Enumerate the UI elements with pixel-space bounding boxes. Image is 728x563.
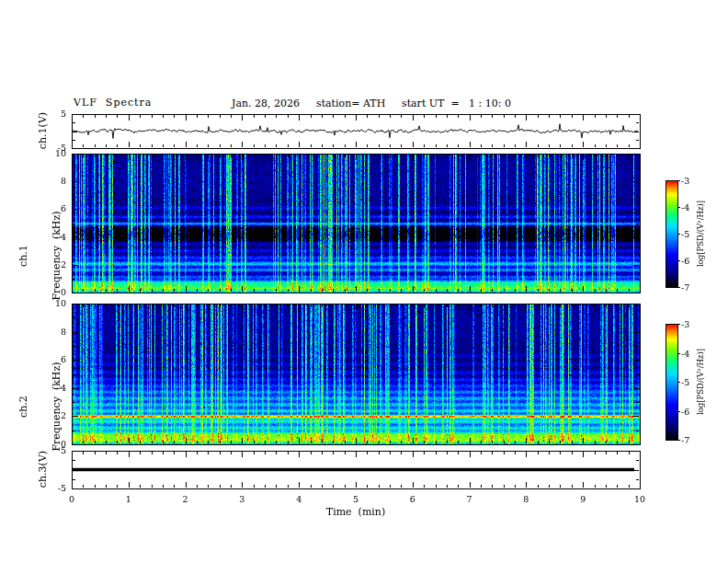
- x-tick-label: 2: [176, 494, 195, 505]
- x-tick-label: 10: [631, 494, 649, 505]
- ch2-colorbar-tick-label: -7: [681, 435, 698, 446]
- x-tick-label: 6: [404, 494, 422, 505]
- ch2-freq-tick-label: 2: [46, 410, 66, 421]
- x-tick-label: 9: [574, 494, 592, 505]
- ch1-colorbar-tick-label: -5: [681, 229, 698, 240]
- ch1-frequency-axis-label: ch.1 Frequency (kHz): [0, 191, 85, 320]
- ch2-freq-tick-label: 8: [46, 327, 66, 338]
- ch1-freq-tick-label: 4: [46, 232, 66, 243]
- ch2-freq-tick-label: 10: [46, 298, 66, 309]
- ch3-volt-tick-label: 5: [46, 445, 66, 456]
- ch1-freq-tick-label: 0: [46, 287, 66, 298]
- x-tick-label: 8: [517, 494, 535, 505]
- x-tick-label: 1: [119, 494, 138, 505]
- ch1-colorbar-tick-label: -7: [681, 282, 698, 293]
- ch1-colorbar-tick-label: -6: [681, 256, 698, 267]
- x-axis-title: Time (min): [310, 507, 402, 518]
- ch3-volt-tick-label: -5: [46, 483, 66, 494]
- x-tick-label: 3: [233, 494, 251, 505]
- ch1-colorbar-tick-label: -3: [681, 176, 698, 187]
- ch1-colorbar-tick-label: -4: [681, 202, 698, 213]
- vlf-spectra-figure: VLF Spectra Jan. 28, 2026 station= ATH s…: [0, 0, 728, 563]
- x-tick-label: 7: [461, 494, 479, 505]
- ch1-freq-tick-label: 6: [46, 203, 66, 214]
- x-tick-label: 4: [290, 494, 308, 505]
- axes-ticks-layer: [0, 0, 728, 563]
- axis-label-line: ch.1: [18, 191, 29, 320]
- ch1-volt-tick-label: -5: [46, 143, 66, 154]
- x-tick-label: 5: [347, 494, 365, 505]
- ch1-freq-tick-label: 8: [46, 176, 66, 187]
- ch2-freq-tick-label: 6: [46, 354, 66, 365]
- ch2-colorbar-tick-label: -4: [681, 349, 698, 360]
- axis-label-line: ch.2: [18, 342, 29, 471]
- ch2-colorbar-tick-label: -6: [681, 407, 698, 418]
- ch2-colorbar-tick-label: -3: [681, 319, 698, 330]
- ch2-colorbar-tick-label: -5: [681, 377, 698, 388]
- ch1-freq-tick-label: 2: [46, 259, 66, 270]
- x-tick-label: 0: [63, 494, 81, 505]
- ch2-freq-tick-label: 4: [46, 383, 66, 394]
- ch1-volt-tick-label: 5: [46, 109, 66, 120]
